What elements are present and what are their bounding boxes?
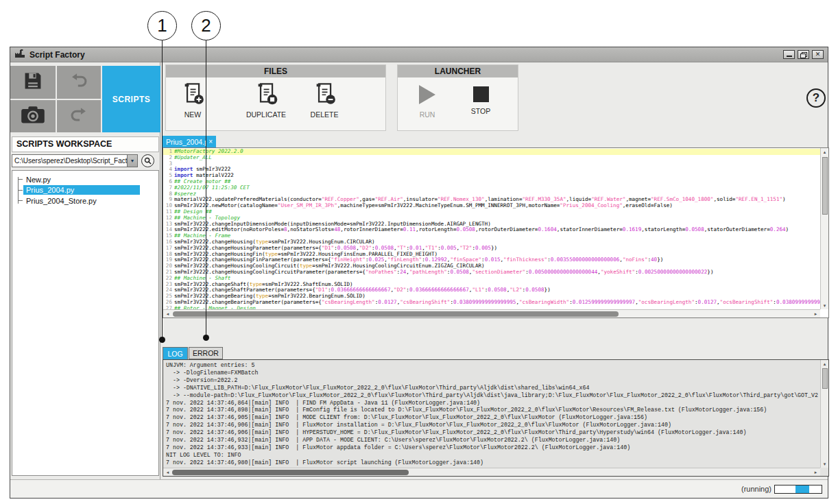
code-line: 1#MotorFactory 2022.2.0 — [163, 149, 820, 155]
log-vscroll-thumb[interactable] — [822, 368, 828, 389]
duplicate-script-icon — [254, 82, 278, 108]
minimize-button[interactable] — [783, 50, 795, 59]
code-line: 5import materialV222 — [163, 173, 820, 179]
scripts-button[interactable]: SCRIPTS — [102, 66, 160, 132]
tree-item-label: Prius_2004.py — [23, 185, 140, 195]
log-scroll-down-icon[interactable]: ▾ — [821, 460, 828, 468]
stop-button[interactable]: STOP — [461, 82, 501, 115]
code-text: #MotorFactory 2022.2.0 — [174, 149, 820, 155]
code-text: ## Create motor ## — [174, 179, 820, 185]
scroll-up-icon[interactable]: ▴ — [821, 148, 828, 156]
code-text: smPmIr3V222.changeShaftParameter(paramet… — [174, 287, 820, 293]
tree-guide-line — [18, 177, 19, 204]
maximize-button[interactable] — [798, 50, 809, 59]
code-text: materialV222.updatePreferedMaterials(con… — [174, 197, 820, 203]
run-button[interactable]: RUN — [407, 82, 447, 119]
scripts-file-tree: New.pyPrius_2004.pyPrius_2004_Store.py — [12, 170, 159, 476]
code-line: 7#2022/11/07 11:25:30 CET — [163, 185, 820, 191]
log-line: 7 nov. 2022 14:37:46,932|[main] INFO | A… — [166, 437, 819, 444]
redo-button[interactable] — [57, 100, 101, 132]
code-line: 10smPmIr3V222.newMotor(catalogName="User… — [163, 203, 820, 209]
editor-tab-prius-2004[interactable]: Prius_2004.py × — [163, 136, 216, 147]
tree-item-Prius_2004.py[interactable]: Prius_2004.py — [12, 185, 158, 196]
save-button[interactable] — [10, 66, 56, 99]
tree-connector — [18, 190, 23, 191]
tree-item-label: New.py — [23, 175, 53, 184]
log-line: -> -DNATIVE_LIB_PATH=D:\Flux_FluxMotor\F… — [166, 385, 819, 392]
undo-button[interactable] — [57, 66, 101, 99]
files-group-title: FILES — [166, 65, 385, 77]
code-text: smPmIr3V222.editMotor(noRotorPoles=8,noS… — [174, 227, 820, 233]
tree-item-label: Prius_2004_Store.py — [23, 196, 99, 206]
code-text: smPmIr3V222.changeHousingCoolingCircuitP… — [174, 269, 820, 276]
run-label: RUN — [420, 110, 435, 119]
code-line: 19smPmIr3V222.changeHousingFinParameter(… — [163, 257, 820, 263]
log-line: 7 nov. 2022 14:37:46,980|[main] INFO | F… — [166, 459, 819, 467]
log-scroll-left-icon[interactable]: ◂ — [164, 468, 171, 476]
tree-connector — [18, 200, 23, 201]
combobox-dropdown-icon[interactable]: ▼ — [127, 155, 137, 167]
log-tab[interactable]: LOG — [163, 347, 188, 359]
code-text: smPmIr3V222.changeHousingFinParameter(pa… — [174, 257, 820, 263]
callout-2-line — [206, 40, 206, 336]
code-line: 13smPmIr3V222.changeInputDimensionMode(i… — [163, 221, 820, 228]
workspace-path-combobox[interactable]: C:\Users\sperez\Desktop\Script_Factory ▼ — [12, 154, 138, 167]
code-text: #2022/11/07 11:25:30 CET — [174, 185, 820, 191]
code-line: 20smPmIr3V222.changeHousingCoolingCircui… — [163, 263, 820, 269]
browse-search-button[interactable] — [141, 154, 154, 167]
undo-arrow-icon — [69, 71, 89, 93]
code-text: smPmIr3V222.changeHousingFin(type=smPmIr… — [174, 252, 820, 258]
code-area[interactable]: 1#MotorFactory 2022.2.02#Updater_ALL34im… — [163, 149, 820, 309]
log-horizontal-scrollbar: ◂ ▸ — [163, 468, 820, 476]
code-line: 8#sperez — [163, 191, 820, 197]
editor-hscroll-thumb[interactable] — [173, 311, 619, 317]
close-button[interactable]: ✕ — [812, 50, 824, 59]
log-scroll-right-icon[interactable]: ▸ — [812, 468, 819, 476]
code-text: ## Machine - Shaft — [174, 276, 820, 282]
camera-icon — [21, 106, 45, 127]
launcher-group-title: LAUNCHER — [398, 65, 518, 77]
screenshot-canvas: 1 2 Script Factory ✕ — [0, 0, 838, 504]
code-line: 2#Updater_ALL — [163, 155, 820, 161]
code-text: #Updater_ALL — [174, 155, 820, 161]
code-text: import smPmIr3V222 — [174, 167, 820, 173]
callout-1-dot — [159, 337, 165, 343]
code-line: 14smPmIr3V222.editMotor(noRotorPoles=8,n… — [163, 227, 820, 233]
new-script-icon — [181, 82, 204, 108]
editor-vscroll-thumb[interactable] — [822, 157, 828, 215]
error-tab[interactable]: ERROR — [189, 347, 223, 359]
duplicate-script-button[interactable]: DUPLICATE — [237, 82, 295, 119]
code-line: 6## Create motor ## — [163, 179, 820, 185]
editor-vertical-scrollbar: ▴ ▾ — [820, 148, 828, 309]
status-bar: (running) — [10, 479, 828, 498]
code-text: import materialV222 — [174, 173, 820, 179]
scroll-right-icon[interactable]: ▸ — [812, 310, 819, 317]
log-hscroll-thumb[interactable] — [172, 470, 409, 475]
scroll-down-icon[interactable]: ▾ — [821, 302, 828, 309]
tab-close-icon[interactable]: × — [208, 138, 213, 145]
launcher-group: LAUNCHER RUN STOP — [397, 64, 518, 131]
code-editor: 1#MotorFactory 2022.2.02#Updater_ALL34im… — [163, 147, 829, 318]
delete-script-button[interactable]: DELETE — [300, 82, 348, 119]
log-line: NIT LOG LEVEL TO: INFO — [166, 452, 819, 459]
files-group: FILES NEW DUPLICATE — [165, 64, 386, 131]
stop-label: STOP — [471, 107, 490, 115]
tree-item-New.py[interactable]: New.py — [12, 174, 158, 185]
help-button[interactable]: ? — [806, 88, 826, 108]
code-line: 11## Design ## — [163, 209, 820, 215]
log-scroll-up-icon[interactable]: ▴ — [821, 360, 828, 368]
new-script-button[interactable]: NEW — [171, 82, 214, 119]
scroll-left-icon[interactable]: ◂ — [164, 310, 171, 317]
code-text: #sperez — [174, 191, 820, 197]
log-line: -> --module-path=D:\Flux_FluxMotor\Flux_… — [166, 392, 819, 400]
code-line: 16smPmIr3V222.changeHousing(type=smPmIr3… — [163, 239, 820, 245]
workspace-path-value: C:\Users\sperez\Desktop\Script_Factory — [12, 157, 127, 165]
factory-app-icon — [14, 49, 25, 61]
log-line: 7 nov. 2022 14:37:46,906|[main] INFO | F… — [166, 422, 819, 429]
duplicate-script-label: DUPLICATE — [246, 110, 286, 119]
minimize-icon — [787, 56, 792, 57]
code-text: smPmIr3V222.changeShaft(type=smPmIr3V222… — [174, 282, 820, 288]
tree-item-Prius_2004_Store.py[interactable]: Prius_2004_Store.py — [12, 195, 158, 206]
camera-button[interactable] — [10, 100, 56, 132]
log-line: 7 nov. 2022 14:37:46,898|[main] INFO | F… — [166, 407, 819, 414]
